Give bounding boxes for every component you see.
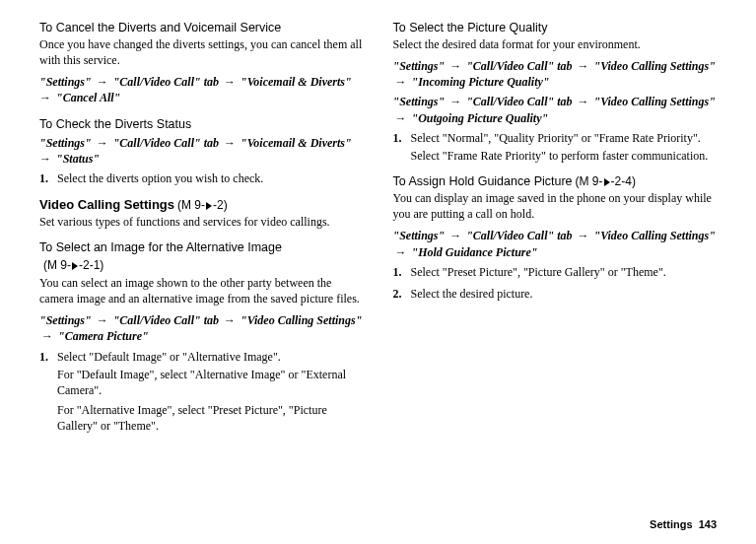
path-seg: "Camera Picture" — [58, 329, 149, 343]
path-cancel-all: "Settings" → "Call/Video Call" tab → "Vo… — [39, 74, 364, 105]
triangle-right-icon — [206, 202, 212, 210]
heading-video-calling-settings: Video Calling Settings — [39, 197, 174, 212]
arrow-icon: → — [573, 229, 594, 242]
path-seg: "Call/Video Call" tab — [466, 59, 572, 73]
code-suffix: -2) — [213, 198, 228, 212]
step-text: Select the diverts option you wish to ch… — [57, 170, 364, 186]
heading-cancel-diverts: To Cancel the Diverts and Voicemail Serv… — [39, 20, 364, 36]
arrow-icon: → — [39, 329, 58, 343]
path-seg: "Hold Guidance Picture" — [412, 245, 538, 259]
path-seg: "Video Calling Settings" — [594, 95, 716, 108]
heading-alt-image: To Select an Image for the Alternative I… — [39, 239, 364, 256]
triangle-right-icon — [604, 178, 610, 186]
arrow-icon: → — [393, 111, 412, 125]
path-seg: "Settings" — [393, 229, 446, 242]
heading-picture-quality: To Select the Picture Quality — [393, 20, 718, 36]
step-text: Select the desired picture. — [411, 286, 718, 302]
path-seg: "Settings" — [393, 95, 446, 108]
path-seg: "Video Calling Settings" — [594, 59, 716, 73]
arrow-icon: → — [219, 75, 241, 89]
arrow-icon: → — [445, 229, 466, 242]
path-hold-guidance: "Settings" → "Call/Video Call" tab → "Vi… — [393, 228, 718, 259]
text-alt-image-desc: You can select an image shown to the oth… — [39, 275, 364, 306]
path-seg: "Video Calling Settings" — [241, 313, 362, 327]
path-seg: "Cancel All" — [56, 91, 120, 104]
step-number: 1. — [393, 130, 411, 146]
step-quality-1-sub: Select "Frame Rate Priority" to perform … — [411, 148, 718, 164]
step-text: Select "Default Image" or "Alternative I… — [57, 349, 364, 365]
text-picture-quality-desc: Select the desired data format for your … — [393, 36, 718, 52]
path-seg: "Settings" — [39, 313, 92, 327]
menu-code-alt: (M 9--2-1) — [43, 257, 364, 273]
path-seg: "Settings" — [39, 136, 92, 150]
arrow-icon: → — [393, 75, 412, 89]
step-alt-1-sub1: For "Default Image", select "Alternative… — [57, 367, 364, 398]
step-alt-1-sub2: For "Alternative Image", select "Preset … — [57, 402, 364, 434]
path-status: "Settings" → "Call/Video Call" tab → "Vo… — [39, 135, 364, 167]
right-column: To Select the Picture Quality Select the… — [393, 18, 718, 439]
heading-check-status: To Check the Diverts Status — [39, 116, 364, 133]
path-camera-picture: "Settings" → "Call/Video Call" tab → "Vi… — [39, 312, 364, 344]
path-outgoing-quality: "Settings" → "Call/Video Call" tab → "Vi… — [393, 94, 718, 125]
code-suffix: -2-4) — [611, 174, 636, 188]
step-hold-1: 1. Select "Preset Picture", "Picture Gal… — [393, 264, 718, 280]
text-video-calling-desc: Set various types of functions and servi… — [39, 214, 364, 230]
code-suffix: -2-1) — [79, 258, 103, 272]
path-seg: "Call/Video Call" tab — [466, 95, 572, 108]
step-number: 1. — [39, 349, 57, 365]
step-number: 1. — [39, 170, 57, 186]
code-prefix: (M 9- — [576, 174, 603, 188]
step-text: Select "Normal", "Quality Priority" or "… — [411, 130, 718, 146]
step-text: Select "Preset Picture", "Picture Galler… — [411, 264, 718, 280]
arrow-icon: → — [445, 59, 466, 73]
text-hold-guidance-desc: You can display an image saved in the ph… — [393, 190, 718, 222]
arrow-icon: → — [219, 136, 241, 150]
path-seg: "Call/Video Call" tab — [113, 136, 219, 150]
heading-hold-guidance-row: To Assign Hold Guidance Picture (M 9--2-… — [393, 173, 718, 190]
arrow-icon: → — [393, 245, 412, 259]
path-incoming-quality: "Settings" → "Call/Video Call" tab → "Vi… — [393, 58, 718, 90]
heading-video-calling-settings-row: Video Calling Settings (M 9--2) — [39, 196, 364, 214]
arrow-icon: → — [573, 95, 594, 108]
text-cancel-diverts-desc: Once you have changed the diverts settin… — [39, 36, 364, 68]
code-prefix: (M 9- — [43, 258, 71, 272]
step-quality-1: 1. Select "Normal", "Quality Priority" o… — [393, 130, 718, 146]
arrow-icon: → — [92, 313, 113, 327]
step-number: 2. — [393, 286, 411, 302]
arrow-icon: → — [92, 136, 113, 150]
step-alt-1: 1. Select "Default Image" or "Alternativ… — [39, 349, 364, 365]
menu-code-hold: (M 9--2-4) — [576, 174, 636, 188]
path-seg: "Settings" — [393, 59, 446, 73]
footer-label: Settings — [650, 518, 692, 530]
path-seg: "Call/Video Call" tab — [113, 313, 219, 327]
arrow-icon: → — [219, 313, 241, 327]
path-seg: "Voicemail & Diverts" — [241, 136, 352, 150]
arrow-icon: → — [445, 95, 466, 108]
step-hold-2: 2. Select the desired picture. — [393, 286, 718, 302]
path-seg: "Outgoing Picture Quality" — [412, 111, 549, 125]
path-seg: "Call/Video Call" tab — [466, 229, 572, 242]
path-seg: "Video Calling Settings" — [594, 229, 716, 242]
footer-page-number: 143 — [699, 518, 717, 530]
heading-hold-guidance: To Assign Hold Guidance Picture — [393, 174, 573, 188]
step-number: 1. — [393, 264, 411, 280]
left-column: To Cancel the Diverts and Voicemail Serv… — [39, 18, 364, 439]
arrow-icon: → — [92, 75, 113, 89]
path-seg: "Call/Video Call" tab — [113, 75, 219, 89]
triangle-right-icon — [72, 262, 78, 270]
path-seg: "Status" — [56, 152, 100, 166]
arrow-icon: → — [573, 59, 594, 73]
path-seg: "Settings" — [39, 75, 92, 89]
menu-code: (M 9--2) — [177, 198, 228, 212]
path-seg: "Incoming Picture Quality" — [412, 75, 550, 89]
page-footer: Settings 143 — [650, 517, 717, 532]
step-check-1: 1. Select the diverts option you wish to… — [39, 170, 364, 186]
path-seg: "Voicemail & Diverts" — [241, 75, 352, 89]
code-prefix: (M 9- — [177, 198, 205, 212]
